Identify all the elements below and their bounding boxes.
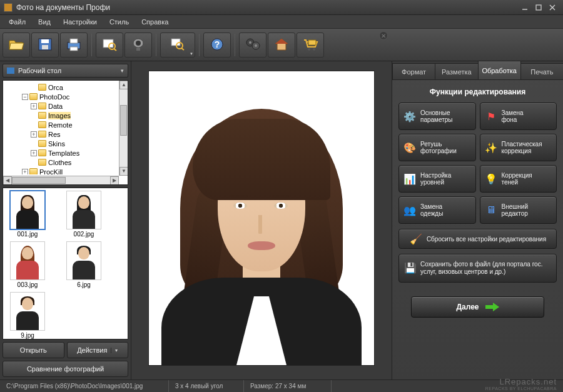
scroll-up-icon[interactable]: ▲: [119, 81, 128, 89]
person-icon: [73, 246, 95, 279]
tree-expand-icon[interactable]: +: [22, 169, 28, 175]
tree-hscroll[interactable]: ◀ ▶: [3, 176, 119, 184]
menu-справка[interactable]: Справка: [135, 17, 175, 27]
webcam-button[interactable]: [124, 33, 152, 58]
statusbar: C:\Program Files (x86)\PhotoDoc\Images\0…: [0, 379, 563, 392]
scroll-thumb[interactable]: [120, 105, 127, 136]
panel-close-icon[interactable]: ✕: [379, 31, 388, 40]
titlebar: Фото на документы Профи: [0, 0, 563, 15]
tree-item-res[interactable]: +Res: [4, 129, 126, 139]
svg-marker-30: [485, 303, 499, 311]
find-photo-button[interactable]: [96, 33, 123, 58]
tree-label: PhotoDoc: [39, 93, 69, 101]
cart-button[interactable]: [297, 33, 324, 58]
fn-button-5[interactable]: 💡Коррекциятеней: [480, 165, 557, 193]
maximize-button[interactable]: [532, 3, 545, 13]
svg-rect-15: [136, 48, 140, 51]
menu-настройки[interactable]: Настройки: [57, 17, 103, 27]
tree-expand-icon[interactable]: −: [22, 94, 28, 100]
tree-label: Orca: [48, 84, 63, 91]
save-button[interactable]: [31, 33, 59, 58]
thumbnail-001.jpg[interactable]: 001.jpg: [6, 191, 49, 238]
folder-icon: [38, 112, 46, 119]
fn-label: Пластическаякоррекция: [502, 141, 542, 155]
tab-печать[interactable]: Печать: [520, 63, 563, 79]
menubar: ФайлВидНастройкиСтильСправка: [0, 15, 563, 29]
person-icon: [16, 195, 39, 229]
tree-item-images[interactable]: Images: [4, 111, 126, 120]
tree-label: Res: [48, 131, 61, 138]
tree-item-templates[interactable]: +Templates: [4, 148, 126, 158]
tree-label: Remote: [48, 121, 73, 129]
scroll-left-icon[interactable]: ◀: [3, 176, 12, 185]
tree-expand-icon[interactable]: +: [31, 103, 37, 109]
location-combo[interactable]: Рабочий стол: [3, 64, 128, 78]
video-button[interactable]: [239, 33, 266, 58]
tree-item-remote[interactable]: Remote: [4, 120, 126, 129]
folder-open-button[interactable]: [3, 33, 30, 58]
tab-формат[interactable]: Формат: [392, 63, 435, 79]
fn-button-3[interactable]: ✨Пластическаякоррекция: [480, 134, 557, 161]
tree-expand-icon[interactable]: +: [31, 150, 37, 156]
magnifier-button[interactable]: ▼: [160, 33, 195, 58]
fn-button-6[interactable]: 👥Заменаодежды: [398, 196, 476, 224]
fn-button-7[interactable]: 🖥Внешнийредактор: [480, 196, 557, 224]
status-size: Размер: 27 x 34 мм: [244, 380, 332, 392]
menu-вид[interactable]: Вид: [32, 17, 57, 27]
scroll-thumb[interactable]: [12, 177, 66, 184]
tree-item-photodoc[interactable]: −PhotoDoc: [4, 92, 126, 101]
minimize-button[interactable]: [518, 3, 532, 13]
svg-text:?: ?: [215, 39, 220, 49]
thumb-label: 003.jpg: [18, 281, 38, 288]
tree-expand-icon[interactable]: +: [31, 131, 37, 138]
tree-vscroll[interactable]: ▲ ▼: [119, 81, 128, 176]
right-panel: ФорматРазметкаОбработкаПечать Функции ре…: [392, 61, 563, 379]
menu-стиль[interactable]: Стиль: [103, 17, 135, 27]
watermark: LRepacks.net REPACKS BY ELCHUPACABRA: [485, 377, 557, 391]
print-button[interactable]: [60, 33, 88, 58]
open-button[interactable]: Открыть: [3, 342, 64, 358]
window-title: Фото на документы Профи: [16, 3, 518, 12]
fn-button-0[interactable]: ⚙️Основныепараметры: [398, 103, 476, 130]
fn-icon: ✨: [484, 141, 498, 154]
fn-button-1[interactable]: ⚑Заменафона: [480, 103, 557, 130]
disk-icon: 💾: [404, 261, 417, 275]
thumbnail-6.jpg[interactable]: 6.jpg: [62, 241, 106, 288]
sidebar: Рабочий стол Orca−PhotoDoc+DataImagesRem…: [0, 61, 131, 379]
tree-item-orca[interactable]: Orca: [4, 83, 126, 92]
menu-файл[interactable]: Файл: [3, 17, 32, 27]
svg-rect-5: [41, 39, 49, 43]
svg-line-12: [114, 49, 116, 51]
tree-item-clothes[interactable]: Clothes: [4, 158, 126, 167]
save-icon: [38, 38, 53, 53]
thumbnail-002.jpg[interactable]: 002.jpg: [62, 191, 106, 238]
thumb-label: 002.jpg: [74, 231, 94, 238]
close-button[interactable]: [545, 3, 559, 13]
tree-item-data[interactable]: +Data: [4, 101, 126, 111]
tree-label: Templates: [48, 149, 79, 157]
fn-label: Ретушьфотографии: [420, 141, 457, 155]
tree-item-prockill[interactable]: +ProcKill: [4, 167, 126, 174]
tab-обработка[interactable]: Обработка: [478, 61, 521, 79]
actions-button[interactable]: Действия: [67, 342, 129, 358]
watermark-sub: REPACKS BY ELCHUPACABRA: [485, 386, 557, 391]
next-button[interactable]: Далее: [411, 296, 544, 318]
fn-button-4[interactable]: 📊Настройкауровней: [398, 165, 476, 193]
scroll-right-icon[interactable]: ▶: [110, 176, 119, 185]
save-to-file-button[interactable]: 💾 Сохранить фото в файл (для портала гос…: [398, 254, 557, 283]
arrow-right-icon: [485, 303, 499, 311]
fn-button-2[interactable]: 🎨Ретушьфотографии: [398, 134, 476, 161]
folder-icon: [38, 149, 46, 156]
help-button[interactable]: ?: [203, 33, 231, 58]
reset-button[interactable]: 🧹 Сбросить все настройки редактирования: [398, 229, 557, 249]
thumbnail-003.jpg[interactable]: 003.jpg: [6, 241, 49, 288]
location-combo-label: Рабочий стол: [18, 67, 61, 74]
tree-item-skins[interactable]: Skins: [4, 139, 126, 148]
folder-open-icon: [8, 38, 24, 53]
compare-button[interactable]: Сравнение фотографий: [3, 361, 128, 377]
tab-разметка[interactable]: Разметка: [435, 63, 478, 79]
thumbnail-9.jpg[interactable]: 9.jpg: [6, 292, 49, 339]
home-button[interactable]: [268, 33, 295, 58]
fn-icon: 👥: [403, 203, 417, 217]
scroll-down-icon[interactable]: ▼: [119, 167, 128, 176]
